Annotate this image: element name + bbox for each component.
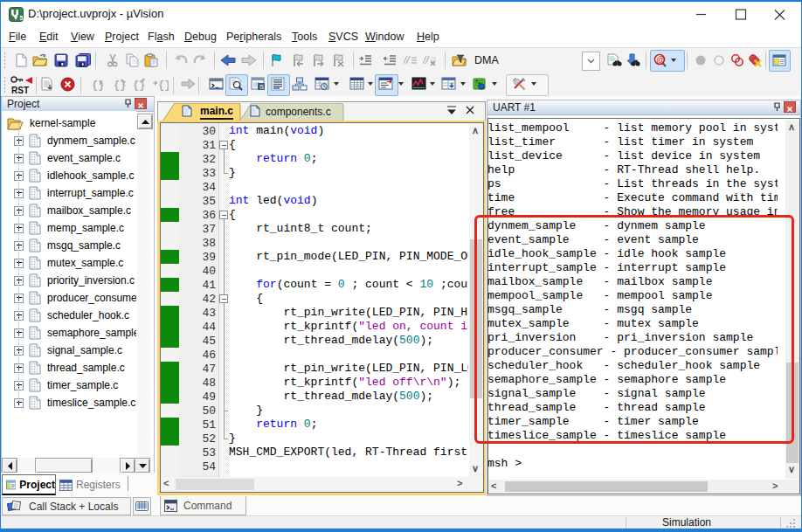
- svg-text:5: 5: [20, 15, 24, 21]
- svg-text:{}: {}: [114, 79, 126, 92]
- svg-text:{}: {}: [92, 79, 104, 92]
- svg-text:S: S: [259, 83, 265, 91]
- svg-text://: //: [423, 54, 430, 66]
- svg-text:RST: RST: [11, 86, 29, 94]
- svg-text://: //: [404, 54, 411, 66]
- svg-text:{}: {}: [158, 79, 169, 92]
